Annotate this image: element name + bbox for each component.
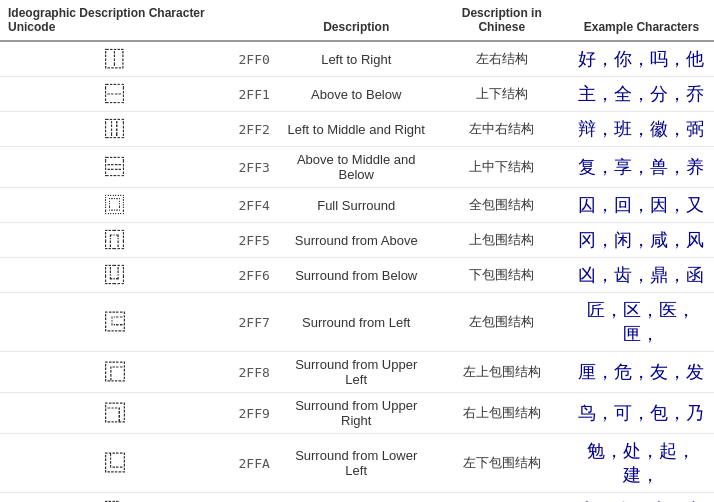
idc-character: ⿺ [0, 434, 231, 493]
idc-character: ⿹ [0, 393, 231, 434]
table-row: ⿹2FF9Surround from Upper Right右上包围结构鸟，可，… [0, 393, 714, 434]
description-text: Surround from Lower Left [278, 434, 435, 493]
table-row: ⿴2FF4Full Surround全包围结构囚，回，因，又 [0, 188, 714, 223]
unicode-value: 2FF5 [231, 223, 278, 258]
chinese-description: 左下包围结构 [435, 434, 569, 493]
col-header-unicode [231, 0, 278, 41]
ideographic-description-table: Ideographic Description Character Unicod… [0, 0, 714, 502]
table-row: ⿵2FF5Surround from Above上包围结构冈，闲，咸，风 [0, 223, 714, 258]
description-text: Full Surround [278, 188, 435, 223]
table-row: ⿲2FF2Left to Middle and Right左中右结构辩，班，徽，… [0, 112, 714, 147]
unicode-value: 2FF1 [231, 77, 278, 112]
idc-character: ⿰ [0, 41, 231, 77]
table-row: ⿷2FF7Surround from Left左包围结构匠，区，医，匣， [0, 293, 714, 352]
example-characters: 坐，农，幽，卤 [569, 493, 714, 503]
description-text: Left to Right [278, 41, 435, 77]
unicode-value: 2FF9 [231, 393, 278, 434]
unicode-value: 2FF7 [231, 293, 278, 352]
idc-character: ⿻ [0, 493, 231, 503]
description-text: Surround from Left [278, 293, 435, 352]
example-characters: 匠，区，医，匣， [569, 293, 714, 352]
idc-character: ⿵ [0, 223, 231, 258]
description-text: Surround from Upper Left [278, 352, 435, 393]
unicode-value: 2FF4 [231, 188, 278, 223]
chinese-description: 右上包围结构 [435, 393, 569, 434]
chinese-description: 全包围结构 [435, 188, 569, 223]
idc-character: ⿱ [0, 77, 231, 112]
example-characters: 鸟，可，包，乃 [569, 393, 714, 434]
chinese-description: 交叉结构 [435, 493, 569, 503]
description-text: Surround from Upper Right [278, 393, 435, 434]
example-characters: 冈，闲，咸，风 [569, 223, 714, 258]
example-characters: 好，你，吗，他 [569, 41, 714, 77]
table-row: ⿶2FF6Surround from Below下包围结构凶，齿，鼎，函 [0, 258, 714, 293]
chinese-description: 左包围结构 [435, 293, 569, 352]
idc-character: ⿴ [0, 188, 231, 223]
chinese-description: 左中右结构 [435, 112, 569, 147]
chinese-description: 上包围结构 [435, 223, 569, 258]
unicode-value: 2FF2 [231, 112, 278, 147]
col-header-description: Description [278, 0, 435, 41]
example-characters: 凶，齿，鼎，函 [569, 258, 714, 293]
example-characters: 辩，班，徽，弼 [569, 112, 714, 147]
unicode-value: 2FFB [231, 493, 278, 503]
idc-character: ⿸ [0, 352, 231, 393]
unicode-value: 2FFA [231, 434, 278, 493]
idc-character: ⿷ [0, 293, 231, 352]
example-characters: 勉，处，起，建， [569, 434, 714, 493]
table-row: ⿺2FFASurround from Lower Left左下包围结构勉，处，起… [0, 434, 714, 493]
chinese-description: 上中下结构 [435, 147, 569, 188]
description-text: Left to Middle and Right [278, 112, 435, 147]
description-text: Overlaid [278, 493, 435, 503]
table-row: ⿱2FF1Above to Below上下结构主，全，分，乔 [0, 77, 714, 112]
col-header-char: Ideographic Description Character Unicod… [0, 0, 231, 41]
example-characters: 厘，危，友，发 [569, 352, 714, 393]
table-row: ⿻2FFBOverlaid交叉结构坐，农，幽，卤 [0, 493, 714, 503]
unicode-value: 2FF3 [231, 147, 278, 188]
chinese-description: 左右结构 [435, 41, 569, 77]
chinese-description: 左上包围结构 [435, 352, 569, 393]
unicode-value: 2FF0 [231, 41, 278, 77]
table-row: ⿳2FF3Above to Middle and Below上中下结构复，享，兽… [0, 147, 714, 188]
description-text: Above to Below [278, 77, 435, 112]
idc-character: ⿲ [0, 112, 231, 147]
example-characters: 囚，回，因，又 [569, 188, 714, 223]
example-characters: 复，享，兽，养 [569, 147, 714, 188]
col-header-chinese: Description in Chinese [435, 0, 569, 41]
unicode-value: 2FF6 [231, 258, 278, 293]
description-text: Above to Middle and Below [278, 147, 435, 188]
unicode-value: 2FF8 [231, 352, 278, 393]
col-header-examples: Example Characters [569, 0, 714, 41]
idc-character: ⿳ [0, 147, 231, 188]
description-text: Surround from Above [278, 223, 435, 258]
idc-character: ⿶ [0, 258, 231, 293]
chinese-description: 下包围结构 [435, 258, 569, 293]
chinese-description: 上下结构 [435, 77, 569, 112]
table-row: ⿰2FF0Left to Right左右结构好，你，吗，他 [0, 41, 714, 77]
example-characters: 主，全，分，乔 [569, 77, 714, 112]
table-row: ⿸2FF8Surround from Upper Left左上包围结构厘，危，友… [0, 352, 714, 393]
description-text: Surround from Below [278, 258, 435, 293]
